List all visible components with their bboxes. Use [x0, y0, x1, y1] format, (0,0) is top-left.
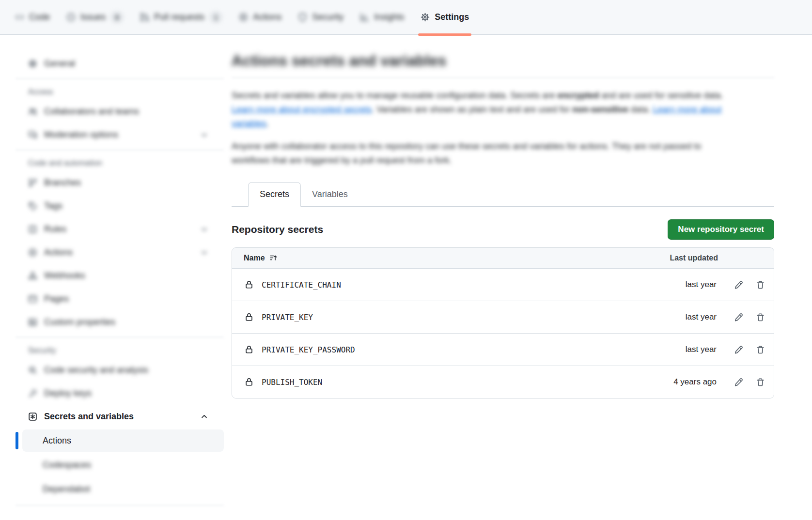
secret-row: PRIVATE_KEY_PASSWORD last year	[232, 333, 774, 366]
sidebar-item-deploy-keys[interactable]: Deploy keys	[16, 383, 216, 403]
sidebar-item-tags[interactable]: Tags	[16, 196, 216, 216]
trash-icon	[756, 280, 765, 290]
edit-secret-button[interactable]	[732, 278, 745, 291]
sidebar-item-general[interactable]: General	[16, 53, 216, 74]
chevron-down-icon	[200, 248, 208, 257]
sidebar-item-label: Custom properties	[44, 317, 115, 327]
sidebar-subitem-dependabot[interactable]: Dependabot	[16, 478, 224, 500]
git-branch-icon	[28, 178, 37, 187]
tab-security[interactable]: Security	[290, 0, 352, 34]
trash-icon	[756, 345, 765, 354]
pencil-icon	[734, 345, 743, 354]
lock-icon	[245, 345, 253, 354]
new-repository-secret-button[interactable]: New repository secret	[668, 219, 774, 240]
edit-secret-button[interactable]	[732, 376, 745, 389]
secrets-variables-tabnav: Secrets Variables	[232, 182, 774, 207]
settings-content: Actions secrets and variables Secrets an…	[232, 35, 774, 398]
asterisk-box-icon	[28, 412, 37, 421]
git-pull-request-icon	[140, 13, 149, 22]
tab-secrets[interactable]: Secrets	[248, 182, 301, 207]
sidebar-divider	[16, 337, 224, 337]
id-badge-icon	[28, 318, 37, 327]
intro-text: data.	[628, 105, 653, 114]
secret-updated: last year	[686, 345, 717, 354]
settings-sidebar: General Access Collaborators and teams M…	[0, 35, 224, 510]
sidebar-item-label: Actions	[44, 247, 73, 258]
lock-icon	[245, 313, 253, 321]
sidebar-item-rules[interactable]: Rules	[16, 219, 216, 239]
secrets-table: Name Last updated CERTIFICATE_CHAIN last…	[232, 247, 774, 398]
sidebar-subitem-label: Dependabot	[43, 484, 90, 494]
tab-actions[interactable]: Actions	[231, 0, 290, 34]
codescan-icon	[28, 366, 37, 375]
sidebar-subitem-codespaces[interactable]: Codespaces	[16, 454, 224, 476]
tab-code[interactable]: Code	[7, 0, 58, 34]
repository-secrets-heading: Repository secrets	[232, 224, 323, 235]
secret-name: PRIVATE_KEY	[262, 313, 313, 322]
sidebar-item-label: Secrets and variables	[44, 412, 134, 422]
graph-icon	[360, 13, 369, 22]
sidebar-subitem-actions[interactable]: Actions	[16, 429, 224, 452]
sidebar-item-label: Rules	[44, 224, 66, 234]
tab-label: Code	[29, 12, 50, 22]
browser-icon	[28, 294, 37, 304]
sidebar-item-actions-parent[interactable]: Actions	[16, 242, 216, 262]
pr-count-badge: 1	[209, 11, 222, 23]
tab-pull-requests[interactable]: Pull requests 1	[132, 0, 231, 34]
issue-opened-icon	[66, 13, 76, 22]
pencil-icon	[734, 313, 743, 322]
sidebar-item-secrets-variables[interactable]: Secrets and variables	[16, 406, 216, 427]
secret-name: PRIVATE_KEY_PASSWORD	[262, 345, 355, 354]
tab-label: Actions	[253, 12, 281, 22]
play-icon	[28, 248, 37, 257]
chevron-up-icon	[200, 413, 208, 421]
secret-row: CERTIFICATE_CHAIN last year	[232, 268, 774, 301]
sidebar-item-label: Tags	[44, 201, 62, 211]
tab-insights[interactable]: Insights	[352, 0, 412, 34]
lock-icon	[245, 280, 253, 289]
play-icon	[239, 13, 248, 22]
tab-issues[interactable]: Issues 8	[58, 0, 132, 34]
delete-secret-button[interactable]	[754, 343, 767, 356]
sidebar-item-label: Collaborators and teams	[44, 107, 139, 117]
tab-variables[interactable]: Variables	[301, 183, 359, 206]
trash-icon	[756, 313, 765, 322]
pencil-icon	[734, 378, 743, 387]
name-column-header[interactable]: Name	[244, 254, 278, 262]
sidebar-item-branches[interactable]: Branches	[16, 172, 216, 193]
sidebar-divider	[16, 505, 224, 505]
page-title: Actions secrets and variables	[232, 52, 774, 70]
sidebar-item-pages[interactable]: Pages	[16, 289, 216, 309]
delete-secret-button[interactable]	[754, 278, 767, 291]
sidebar-section-security: Security	[16, 345, 224, 356]
sidebar-item-label: Branches	[44, 178, 81, 188]
people-icon	[28, 107, 37, 116]
sidebar-item-label: Moderation options	[44, 130, 118, 140]
code-icon	[15, 13, 24, 22]
sidebar-subitem-label: Codespaces	[43, 460, 91, 470]
sidebar-item-moderation[interactable]: Moderation options	[16, 124, 216, 145]
sidebar-item-label: Code security and analysis	[44, 365, 148, 375]
sidebar-item-custom-properties[interactable]: Custom properties	[16, 312, 216, 332]
delete-secret-button[interactable]	[754, 376, 767, 389]
sidebar-item-label: Pages	[44, 294, 69, 304]
issues-count-badge: 8	[110, 11, 124, 23]
delete-secret-button[interactable]	[754, 311, 767, 324]
chevron-down-icon	[200, 225, 208, 233]
name-column-label: Name	[244, 254, 265, 262]
tab-label: Settings	[435, 12, 469, 22]
secret-row: PUBLISH_TOKEN 4 years ago	[232, 366, 774, 398]
sidebar-item-collaborators[interactable]: Collaborators and teams	[16, 101, 216, 122]
sidebar-item-webhooks[interactable]: Webhooks	[16, 265, 216, 286]
edit-secret-button[interactable]	[732, 311, 745, 324]
edit-secret-button[interactable]	[732, 343, 745, 356]
sort-ascending-icon	[269, 254, 278, 262]
secret-name: CERTIFICATE_CHAIN	[262, 280, 341, 290]
lock-icon	[245, 378, 253, 386]
shield-icon	[298, 13, 307, 22]
learn-more-secrets-link[interactable]: Learn more about encrypted secrets	[232, 105, 372, 114]
sidebar-section-code-automation: Code and automation	[16, 158, 224, 168]
sidebar-item-code-security[interactable]: Code security and analysis	[16, 360, 216, 380]
intro-bold: encrypted	[557, 91, 599, 100]
tab-settings[interactable]: Settings	[412, 0, 477, 34]
